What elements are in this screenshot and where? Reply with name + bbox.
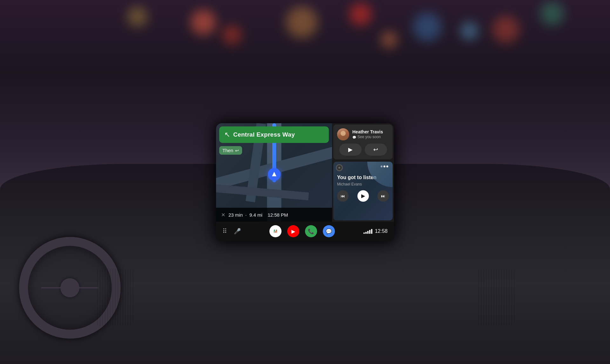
eta-time: 12:58 PM — [268, 212, 288, 218]
notification-header: Heather Travis 💬 See you soon — [337, 128, 389, 140]
play-button[interactable]: ▶ — [339, 144, 362, 156]
music-dot-2 — [383, 165, 385, 167]
music-controls: ⏮ ▶ ⏭ — [337, 190, 389, 202]
maps-app-icon[interactable]: M — [269, 225, 281, 237]
speaker-grille-left — [95, 269, 133, 326]
youtube-icon-label: ▶ — [291, 228, 295, 234]
navbar-left: ⠿ 🎤 — [222, 227, 241, 235]
avatar-image — [337, 128, 349, 140]
background-scene: ↖ Central Express Way Then ↩ ✕ 23 min · — [0, 0, 610, 364]
map-area: ↖ Central Express Way Then ↩ ✕ 23 min · — [216, 123, 332, 222]
music-dot-3 — [386, 165, 388, 167]
clock-display: 12:58 — [375, 228, 388, 234]
signal-bar-3 — [367, 231, 369, 234]
bokeh-2 — [222, 25, 241, 44]
signal-bar-2 — [365, 232, 367, 234]
bokeh-6 — [461, 22, 478, 40]
messages-app-icon[interactable]: 💬 — [323, 225, 335, 237]
then-label: Then ↩ — [219, 146, 242, 155]
phone-icon-label: 📞 — [308, 228, 314, 234]
speaker-grille-right — [477, 269, 515, 326]
messages-icon-label: 💬 — [326, 228, 332, 234]
bokeh-10 — [540, 2, 564, 25]
eta-distance: 9.4 mi — [249, 212, 262, 218]
music-dot-1 — [381, 165, 383, 167]
android-auto-screen: ↖ Central Express Way Then ↩ ✕ 23 min · — [216, 123, 394, 241]
music-vinyl-icon — [336, 164, 343, 171]
bokeh-7 — [492, 16, 519, 43]
notification-text: Heather Travis 💬 See you soon — [352, 129, 389, 140]
notification-message: 💬 See you soon — [352, 135, 389, 140]
next-button[interactable]: ⏭ — [377, 190, 389, 202]
eta-minutes: 23 min — [228, 212, 243, 218]
music-card: You got to listen Michael Evans ⏮ ▶ ⏭ — [333, 162, 393, 220]
signal-bar-4 — [369, 230, 370, 234]
music-dots — [381, 165, 388, 167]
navbar: ⠿ 🎤 M ▶ 📞 💬 — [216, 222, 394, 241]
signal-bar-5 — [371, 229, 372, 234]
nav-arrow — [268, 168, 281, 181]
nav-arrow-circle — [268, 168, 281, 181]
then-text: Then — [222, 148, 233, 153]
grid-icon[interactable]: ⠿ — [222, 227, 227, 235]
turn-banner: ↖ Central Express Way — [219, 126, 329, 143]
eta-info: 23 min · 9.4 mi 12:58 PM — [228, 212, 288, 218]
then-arrow-icon: ↩ — [235, 148, 239, 153]
bokeh-1 — [191, 10, 216, 35]
bokeh-9 — [381, 32, 397, 48]
bokeh-3 — [286, 6, 318, 38]
bokeh-4 — [349, 3, 372, 25]
screen-main: ↖ Central Express Way Then ↩ ✕ 23 min · — [216, 123, 394, 222]
maps-icon-label: M — [274, 229, 277, 234]
nav-arrow-triangle — [272, 172, 276, 176]
signal-bar-1 — [363, 233, 365, 234]
notification-card: Heather Travis 💬 See you soon ▶ ↩ — [333, 125, 393, 159]
close-icon[interactable]: ✕ — [221, 212, 225, 218]
turn-street-name: Central Express Way — [233, 131, 295, 138]
eta-bar: ✕ 23 min · 9.4 mi 12:58 PM — [216, 208, 332, 222]
signal-bars — [363, 229, 372, 234]
screen-inner: ↖ Central Express Way Then ↩ ✕ 23 min · — [216, 123, 394, 241]
prev-button[interactable]: ⏮ — [337, 190, 349, 202]
turn-left-icon: ↖ — [224, 131, 230, 139]
navbar-center: M ▶ 📞 💬 — [269, 225, 335, 237]
bokeh-8 — [127, 6, 148, 27]
notification-actions: ▶ ↩ — [337, 144, 389, 156]
play-pause-button[interactable]: ▶ — [357, 190, 369, 202]
youtube-app-icon[interactable]: ▶ — [287, 225, 299, 237]
navbar-right: 12:58 — [363, 228, 388, 234]
bokeh-5 — [413, 13, 442, 41]
message-text: See you soon — [357, 135, 381, 140]
reply-button[interactable]: ↩ — [365, 144, 387, 156]
right-panel: Heather Travis 💬 See you soon ▶ ↩ — [332, 123, 394, 222]
message-icon: 💬 — [352, 135, 356, 139]
mic-icon[interactable]: 🎤 — [234, 228, 241, 235]
phone-app-icon[interactable]: 📞 — [305, 225, 317, 237]
contact-name: Heather Travis — [352, 129, 389, 135]
avatar — [337, 128, 349, 140]
